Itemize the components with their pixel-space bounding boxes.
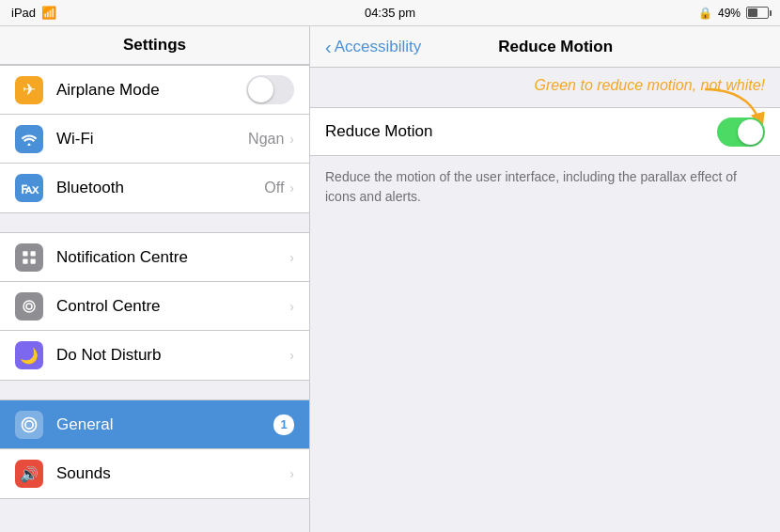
toggle-thumb [738,119,763,145]
sidebar-item-general[interactable]: General 1 [0,400,309,449]
svg-rect-3 [31,258,36,263]
lock-icon: 🔒 [698,7,712,20]
right-panel: ‹ Accessibility Reduce Motion Green to r… [310,26,780,532]
sidebar-item-bluetooth[interactable]: ℻ Bluetooth Off › [0,164,309,212]
airplane-mode-icon: ✈ [15,76,43,104]
status-left: iPad 📶 [11,6,56,20]
wifi-icon: 📶 [41,6,56,20]
svg-point-5 [23,301,35,312]
reduce-motion-description: Reduce the motion of the user interface,… [310,156,780,218]
sounds-icon: 🔊 [15,460,43,488]
bluetooth-chevron: › [289,180,294,196]
reduce-motion-label: Reduce Motion [325,122,717,141]
battery-percent: 49% [718,7,741,20]
sidebar-item-do-not-disturb[interactable]: 🌙 Do Not Disturb › [0,331,309,380]
settings-group-preferences: General 1 🔊 Sounds › [0,399,309,499]
svg-rect-1 [31,251,36,256]
right-content: Green to reduce motion, not white! Reduc… [310,68,780,532]
bluetooth-icon: ℻ [15,174,43,202]
do-not-disturb-chevron: › [289,348,294,363]
bluetooth-label: Bluetooth [56,179,264,197]
sidebar-item-airplane-mode[interactable]: ✈ Airplane Mode [0,66,309,115]
right-header: ‹ Accessibility Reduce Motion [310,26,780,68]
svg-point-4 [26,304,32,309]
status-time: 04:35 pm [365,6,415,20]
wifi-chevron: › [289,132,294,147]
wifi-settings-icon [15,125,43,153]
airplane-mode-label: Airplane Mode [56,81,246,100]
svg-rect-2 [23,258,27,263]
sidebar: Settings ✈ Airplane Mode [0,26,310,532]
do-not-disturb-label: Do Not Disturb [56,346,289,365]
back-chevron-icon: ‹ [325,38,332,56]
sidebar-item-wifi[interactable]: Wi-Fi Ngan › [0,115,309,164]
bluetooth-value: Off [264,180,284,196]
svg-rect-0 [23,251,27,256]
airplane-mode-toggle[interactable] [246,75,294,104]
battery-icon [746,7,769,19]
sidebar-header: Settings [0,26,309,65]
status-right: 🔒 49% [698,7,769,20]
notification-centre-label: Notification Centre [56,248,289,267]
sidebar-item-sounds[interactable]: 🔊 Sounds › [0,449,309,498]
wifi-value: Ngan [248,131,284,148]
general-label: General [56,415,273,434]
sidebar-list: ✈ Airplane Mode Wi-Fi Ngan › [0,65,309,532]
sounds-label: Sounds [56,464,289,483]
settings-group-system: Notification Centre › Control Centre › [0,232,309,381]
sounds-chevron: › [289,466,294,481]
back-button[interactable]: ‹ Accessibility [325,38,421,56]
main-layout: Settings ✈ Airplane Mode [0,26,780,532]
right-panel-title: Reduce Motion [421,38,690,56]
do-not-disturb-icon: 🌙 [15,341,43,369]
annotation-text: Green to reduce motion, not white! [310,68,780,100]
settings-group-connectivity: ✈ Airplane Mode Wi-Fi Ngan › [0,65,309,213]
device-label: iPad [11,6,36,20]
sidebar-item-control-centre[interactable]: Control Centre › [0,282,309,331]
control-centre-icon [15,292,43,321]
reduce-motion-toggle[interactable] [717,117,765,147]
control-centre-chevron: › [289,299,294,314]
control-centre-label: Control Centre [56,297,289,316]
wifi-label: Wi-Fi [56,130,248,149]
status-bar: iPad 📶 04:35 pm 🔒 49% [0,0,780,26]
notification-centre-chevron: › [289,250,294,265]
sidebar-item-notification-centre[interactable]: Notification Centre › [0,233,309,282]
sidebar-title: Settings [123,36,186,54]
general-badge: 1 [273,415,294,435]
general-icon [15,411,43,439]
back-label: Accessibility [335,38,422,56]
notification-centre-icon [15,243,43,272]
